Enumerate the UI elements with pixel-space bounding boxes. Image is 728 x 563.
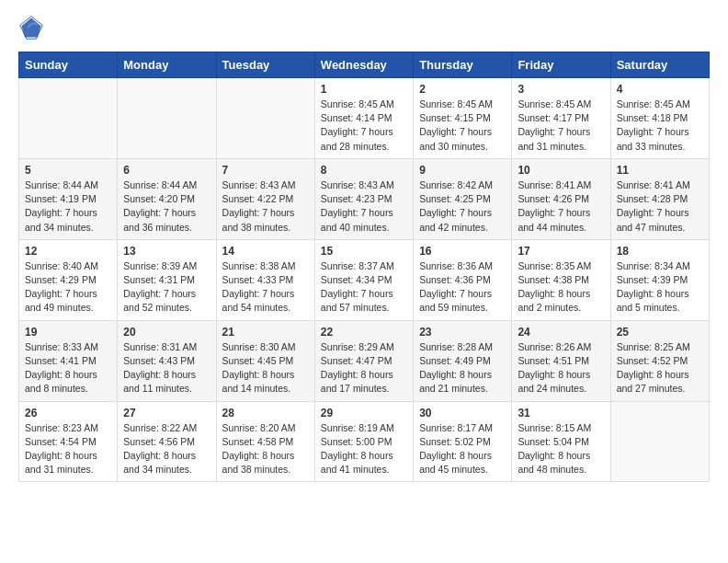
calendar-cell: 24Sunrise: 8:26 AM Sunset: 4:51 PM Dayli… — [512, 320, 610, 401]
day-info: Sunrise: 8:37 AM Sunset: 4:34 PM Dayligh… — [321, 259, 407, 316]
day-info: Sunrise: 8:45 AM Sunset: 4:18 PM Dayligh… — [617, 98, 703, 154]
day-info: Sunrise: 8:41 AM Sunset: 4:26 PM Dayligh… — [518, 178, 604, 235]
day-info: Sunrise: 8:20 AM Sunset: 4:58 PM Dayligh… — [222, 421, 309, 477]
day-info: Sunrise: 8:30 AM Sunset: 4:45 PM Dayligh… — [222, 340, 309, 396]
calendar-cell: 6Sunrise: 8:44 AM Sunset: 4:20 PM Daylig… — [118, 158, 216, 239]
logo — [18, 15, 48, 40]
day-number: 19 — [25, 326, 111, 339]
day-number: 22 — [321, 326, 407, 339]
day-info: Sunrise: 8:25 AM Sunset: 4:52 PM Dayligh… — [617, 340, 703, 396]
day-info: Sunrise: 8:35 AM Sunset: 4:38 PM Dayligh… — [518, 259, 604, 316]
header-day-monday: Monday — [118, 52, 216, 78]
calendar-cell: 5Sunrise: 8:44 AM Sunset: 4:19 PM Daylig… — [19, 158, 118, 239]
day-number: 6 — [123, 164, 210, 177]
day-info: Sunrise: 8:28 AM Sunset: 4:49 PM Dayligh… — [419, 340, 506, 396]
day-number: 21 — [222, 326, 309, 339]
calendar-table: SundayMondayTuesdayWednesdayThursdayFrid… — [18, 52, 710, 482]
calendar-cell: 4Sunrise: 8:45 AM Sunset: 4:18 PM Daylig… — [610, 78, 709, 159]
calendar-cell: 26Sunrise: 8:23 AM Sunset: 4:54 PM Dayli… — [19, 401, 118, 482]
day-number: 10 — [518, 164, 604, 177]
day-info: Sunrise: 8:29 AM Sunset: 4:47 PM Dayligh… — [321, 340, 407, 396]
calendar-cell — [19, 78, 118, 159]
header-day-wednesday: Wednesday — [314, 52, 413, 78]
calendar-cell: 10Sunrise: 8:41 AM Sunset: 4:26 PM Dayli… — [512, 158, 610, 239]
calendar-cell: 28Sunrise: 8:20 AM Sunset: 4:58 PM Dayli… — [216, 401, 314, 482]
week-row-3: 19Sunrise: 8:33 AM Sunset: 4:41 PM Dayli… — [19, 320, 710, 401]
day-number: 26 — [25, 407, 111, 419]
day-number: 28 — [222, 407, 309, 419]
day-number: 12 — [25, 245, 111, 258]
calendar-body: 1Sunrise: 8:45 AM Sunset: 4:14 PM Daylig… — [19, 78, 710, 482]
day-number: 3 — [518, 83, 604, 96]
day-number: 5 — [25, 164, 111, 177]
calendar-cell: 15Sunrise: 8:37 AM Sunset: 4:34 PM Dayli… — [314, 239, 413, 320]
day-info: Sunrise: 8:41 AM Sunset: 4:28 PM Dayligh… — [617, 178, 703, 235]
day-number: 8 — [321, 164, 407, 177]
calendar-cell: 31Sunrise: 8:15 AM Sunset: 5:04 PM Dayli… — [512, 401, 610, 482]
day-info: Sunrise: 8:23 AM Sunset: 4:54 PM Dayligh… — [25, 421, 111, 477]
day-number: 17 — [518, 245, 604, 258]
header — [18, 15, 710, 40]
calendar-cell: 7Sunrise: 8:43 AM Sunset: 4:22 PM Daylig… — [216, 158, 314, 239]
calendar-cell: 30Sunrise: 8:17 AM Sunset: 5:02 PM Dayli… — [414, 401, 512, 482]
day-number: 18 — [617, 245, 703, 258]
week-row-2: 12Sunrise: 8:40 AM Sunset: 4:29 PM Dayli… — [19, 239, 710, 320]
calendar-cell: 3Sunrise: 8:45 AM Sunset: 4:17 PM Daylig… — [512, 78, 610, 159]
calendar-cell: 25Sunrise: 8:25 AM Sunset: 4:52 PM Dayli… — [610, 320, 709, 401]
header-day-tuesday: Tuesday — [216, 52, 314, 78]
calendar-cell: 11Sunrise: 8:41 AM Sunset: 4:28 PM Dayli… — [610, 158, 709, 239]
day-number: 4 — [617, 83, 703, 96]
day-number: 29 — [321, 407, 407, 419]
day-number: 31 — [518, 407, 604, 419]
calendar-cell — [216, 78, 314, 159]
calendar-cell: 9Sunrise: 8:42 AM Sunset: 4:25 PM Daylig… — [414, 158, 512, 239]
day-info: Sunrise: 8:45 AM Sunset: 4:17 PM Dayligh… — [518, 98, 604, 154]
calendar-cell: 20Sunrise: 8:31 AM Sunset: 4:43 PM Dayli… — [118, 320, 216, 401]
logo-icon — [18, 15, 44, 40]
day-number: 23 — [419, 326, 506, 339]
day-number: 14 — [222, 245, 309, 258]
day-number: 24 — [518, 326, 604, 339]
header-row: SundayMondayTuesdayWednesdayThursdayFrid… — [19, 52, 710, 78]
calendar-cell: 18Sunrise: 8:34 AM Sunset: 4:39 PM Dayli… — [610, 239, 709, 320]
calendar-header: SundayMondayTuesdayWednesdayThursdayFrid… — [19, 52, 710, 78]
day-info: Sunrise: 8:34 AM Sunset: 4:39 PM Dayligh… — [617, 259, 703, 316]
header-day-friday: Friday — [512, 52, 610, 78]
day-info: Sunrise: 8:19 AM Sunset: 5:00 PM Dayligh… — [321, 421, 407, 477]
calendar-cell: 23Sunrise: 8:28 AM Sunset: 4:49 PM Dayli… — [414, 320, 512, 401]
day-number: 20 — [123, 326, 210, 339]
day-info: Sunrise: 8:40 AM Sunset: 4:29 PM Dayligh… — [25, 259, 111, 316]
day-number: 9 — [419, 164, 506, 177]
calendar-cell: 21Sunrise: 8:30 AM Sunset: 4:45 PM Dayli… — [216, 320, 314, 401]
day-number: 15 — [321, 245, 407, 258]
day-info: Sunrise: 8:26 AM Sunset: 4:51 PM Dayligh… — [518, 340, 604, 396]
header-day-thursday: Thursday — [414, 52, 512, 78]
day-info: Sunrise: 8:38 AM Sunset: 4:33 PM Dayligh… — [222, 259, 309, 316]
calendar-cell — [610, 401, 709, 482]
calendar-cell: 17Sunrise: 8:35 AM Sunset: 4:38 PM Dayli… — [512, 239, 610, 320]
calendar-cell: 29Sunrise: 8:19 AM Sunset: 5:00 PM Dayli… — [314, 401, 413, 482]
day-number: 25 — [617, 326, 703, 339]
day-info: Sunrise: 8:43 AM Sunset: 4:22 PM Dayligh… — [222, 178, 309, 235]
calendar-cell: 27Sunrise: 8:22 AM Sunset: 4:56 PM Dayli… — [118, 401, 216, 482]
day-info: Sunrise: 8:39 AM Sunset: 4:31 PM Dayligh… — [123, 259, 210, 316]
day-number: 16 — [419, 245, 506, 258]
week-row-0: 1Sunrise: 8:45 AM Sunset: 4:14 PM Daylig… — [19, 78, 710, 159]
day-info: Sunrise: 8:43 AM Sunset: 4:23 PM Dayligh… — [321, 178, 407, 235]
day-info: Sunrise: 8:15 AM Sunset: 5:04 PM Dayligh… — [518, 421, 604, 477]
calendar-cell: 8Sunrise: 8:43 AM Sunset: 4:23 PM Daylig… — [314, 158, 413, 239]
header-day-saturday: Saturday — [610, 52, 709, 78]
day-info: Sunrise: 8:44 AM Sunset: 4:19 PM Dayligh… — [25, 178, 111, 235]
calendar-cell: 12Sunrise: 8:40 AM Sunset: 4:29 PM Dayli… — [19, 239, 118, 320]
day-number: 2 — [419, 83, 506, 96]
day-number: 11 — [617, 164, 703, 177]
calendar-cell: 19Sunrise: 8:33 AM Sunset: 4:41 PM Dayli… — [19, 320, 118, 401]
day-info: Sunrise: 8:36 AM Sunset: 4:36 PM Dayligh… — [419, 259, 506, 316]
day-number: 13 — [123, 245, 210, 258]
calendar-cell: 22Sunrise: 8:29 AM Sunset: 4:47 PM Dayli… — [314, 320, 413, 401]
day-info: Sunrise: 8:45 AM Sunset: 4:14 PM Dayligh… — [321, 98, 407, 154]
calendar-cell: 14Sunrise: 8:38 AM Sunset: 4:33 PM Dayli… — [216, 239, 314, 320]
calendar-cell: 2Sunrise: 8:45 AM Sunset: 4:15 PM Daylig… — [414, 78, 512, 159]
day-info: Sunrise: 8:17 AM Sunset: 5:02 PM Dayligh… — [419, 421, 506, 477]
calendar-cell: 16Sunrise: 8:36 AM Sunset: 4:36 PM Dayli… — [414, 239, 512, 320]
